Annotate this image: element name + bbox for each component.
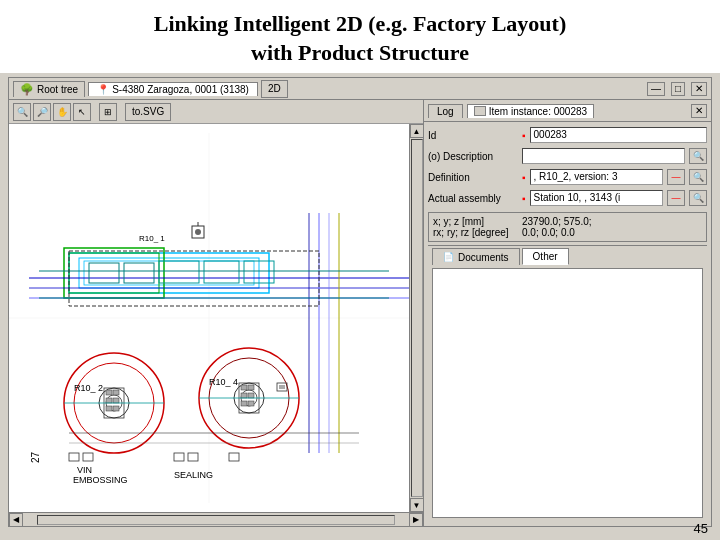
xyz-value: 23790.0; 575.0; (522, 216, 702, 227)
documents-tab[interactable]: 📄 Documents (432, 248, 520, 265)
right-panel: Log Item instance: 000283 ✕ Id ▪ 000283 (424, 100, 711, 526)
log-tab[interactable]: Log (428, 104, 463, 118)
svg-text:R10_ 2: R10_ 2 (74, 383, 103, 393)
scroll-track[interactable] (411, 139, 423, 497)
pan-button[interactable]: ✋ (53, 103, 71, 121)
def-required-marker: ▪ (522, 172, 526, 183)
assembly-value[interactable]: Station 10, , 3143 (i (530, 190, 663, 206)
location-label: S-4380 Zaragoza, 0001 (3138) (112, 84, 249, 95)
scroll-down-arrow[interactable]: ▼ (410, 498, 424, 512)
xyz-row: x; y; z [mm] 23790.0; 575.0; (433, 216, 702, 227)
grid-button[interactable]: ⊞ (99, 103, 117, 121)
def-row: Definition ▪ , R10_2, version: 3 — 🔍 (428, 168, 707, 186)
scroll-up-arrow[interactable]: ▲ (410, 124, 424, 138)
rotation-value: 0.0; 0.0; 0.0 (522, 227, 702, 238)
top-bar: 🌳 Root tree 📍 S-4380 Zaragoza, 0001 (313… (9, 78, 711, 100)
properties-area: Id ▪ 000283 (o) Description 🔍 Definition… (424, 122, 711, 526)
id-required-marker: ▪ (522, 130, 526, 141)
svg-rect-35 (241, 401, 247, 406)
svg-rect-32 (248, 385, 254, 390)
item-instance-tab[interactable]: Item instance: 000283 (467, 104, 594, 118)
top-bar-right: — □ ✕ (647, 82, 707, 96)
close-button[interactable]: ✕ (691, 82, 707, 96)
content-area: 🔍 🔎 ✋ ↖ ⊞ to.SVG (9, 100, 711, 526)
location-tab[interactable]: 📍 S-4380 Zaragoza, 0001 (3138) (88, 82, 258, 96)
vertical-scrollbar[interactable]: ▲ ▼ (409, 124, 423, 512)
id-row: Id ▪ 000283 (428, 126, 707, 144)
def-remove-button[interactable]: — (667, 169, 685, 185)
item-tab-label: Item instance: 000283 (489, 106, 587, 117)
desc-label: (o) Description (428, 151, 518, 162)
main-window: 🌳 Root tree 📍 S-4380 Zaragoza, 0001 (313… (8, 77, 712, 527)
svg-text:R10_ 4: R10_ 4 (209, 377, 238, 387)
left-panel: 🔍 🔎 ✋ ↖ ⊞ to.SVG (9, 100, 424, 526)
svg-text:R10_ 1: R10_ 1 (139, 234, 165, 243)
page-number: 45 (694, 521, 708, 536)
desc-search-button[interactable]: 🔍 (689, 148, 707, 164)
assembly-row: Actual assembly ▪ Station 10, , 3143 (i … (428, 189, 707, 207)
other-tab[interactable]: Other (522, 248, 569, 265)
svg-rect-34 (248, 393, 254, 398)
desc-row: (o) Description 🔍 (428, 147, 707, 165)
assembly-required-marker: ▪ (522, 193, 526, 204)
minimize-button[interactable]: — (647, 82, 665, 96)
def-search-button[interactable]: 🔍 (689, 169, 707, 185)
svg-text:EMBOSSING: EMBOSSING (73, 475, 128, 485)
svg-rect-24 (106, 406, 112, 411)
bottom-tab-content (432, 268, 703, 518)
svg-rect-22 (106, 398, 112, 403)
xyz-label: x; y; z [mm] (433, 216, 518, 227)
cad-toolbar: 🔍 🔎 ✋ ↖ ⊞ to.SVG (9, 100, 423, 124)
rotation-label: rx; ry; rz [degree] (433, 227, 518, 238)
svg-text:27: 27 (30, 452, 41, 464)
documents-tab-label: Documents (458, 252, 509, 263)
desc-value[interactable] (522, 148, 685, 164)
svg-rect-25 (113, 406, 119, 411)
log-tab-label: Log (437, 106, 454, 117)
svg-rect-31 (241, 385, 247, 390)
top-bar-left: 🌳 Root tree 📍 S-4380 Zaragoza, 0001 (313… (13, 80, 643, 98)
hscroll-track[interactable] (37, 515, 395, 525)
svg-rect-36 (248, 401, 254, 406)
horizontal-scrollbar[interactable]: ◀ ▶ (9, 512, 423, 526)
cad-drawing: R10_ 2 R10_ 4 R10_ 1 VIN EMBOSSING SEALI… (9, 124, 409, 512)
svg-rect-33 (241, 393, 247, 398)
root-tree-tab[interactable]: 🌳 Root tree (13, 81, 85, 97)
other-tab-label: Other (533, 251, 558, 262)
cad-viewport[interactable]: R10_ 2 R10_ 4 R10_ 1 VIN EMBOSSING SEALI… (9, 124, 409, 512)
bottom-tabs-bar: 📄 Documents Other (428, 245, 707, 265)
root-tree-label: Root tree (37, 84, 78, 95)
page-title: Linking Intelligent 2D (e.g. Factory Lay… (20, 10, 700, 67)
svg-rect-51 (279, 385, 285, 389)
location-icon: 📍 (97, 84, 109, 95)
id-value[interactable]: 000283 (530, 127, 707, 143)
def-value[interactable]: , R10_2, version: 3 (530, 169, 663, 185)
tree-icon: 🌳 (20, 83, 34, 96)
zoom-out-button[interactable]: 🔎 (33, 103, 51, 121)
assembly-remove-button[interactable]: — (667, 190, 685, 206)
right-close-button[interactable]: ✕ (691, 104, 707, 118)
svg-rect-23 (113, 398, 119, 403)
right-topbar: Log Item instance: 000283 ✕ (424, 100, 711, 122)
svg-text:VIN: VIN (77, 465, 92, 475)
title-area: Linking Intelligent 2D (e.g. Factory Lay… (0, 0, 720, 73)
documents-icon: 📄 (443, 252, 454, 262)
def-label: Definition (428, 172, 518, 183)
assembly-label: Actual assembly (428, 193, 518, 204)
svg-text:SEALING: SEALING (174, 470, 213, 480)
scroll-right-arrow[interactable]: ▶ (409, 513, 423, 527)
maximize-button[interactable]: □ (671, 82, 685, 96)
svg-point-43 (195, 229, 201, 235)
btn-2d[interactable]: 2D (261, 80, 288, 98)
item-doc-icon (474, 106, 486, 116)
svg-rect-21 (113, 390, 119, 395)
cad-viewport-container: R10_ 2 R10_ 4 R10_ 1 VIN EMBOSSING SEALI… (9, 124, 423, 512)
scroll-left-arrow[interactable]: ◀ (9, 513, 23, 527)
rotation-row: rx; ry; rz [degree] 0.0; 0.0; 0.0 (433, 227, 702, 238)
assembly-search-button[interactable]: 🔍 (689, 190, 707, 206)
select-button[interactable]: ↖ (73, 103, 91, 121)
svg-rect-20 (106, 390, 112, 395)
coordinates-section: x; y; z [mm] 23790.0; 575.0; rx; ry; rz … (428, 212, 707, 242)
zoom-in-button[interactable]: 🔍 (13, 103, 31, 121)
tosvg-button[interactable]: to.SVG (125, 103, 171, 121)
